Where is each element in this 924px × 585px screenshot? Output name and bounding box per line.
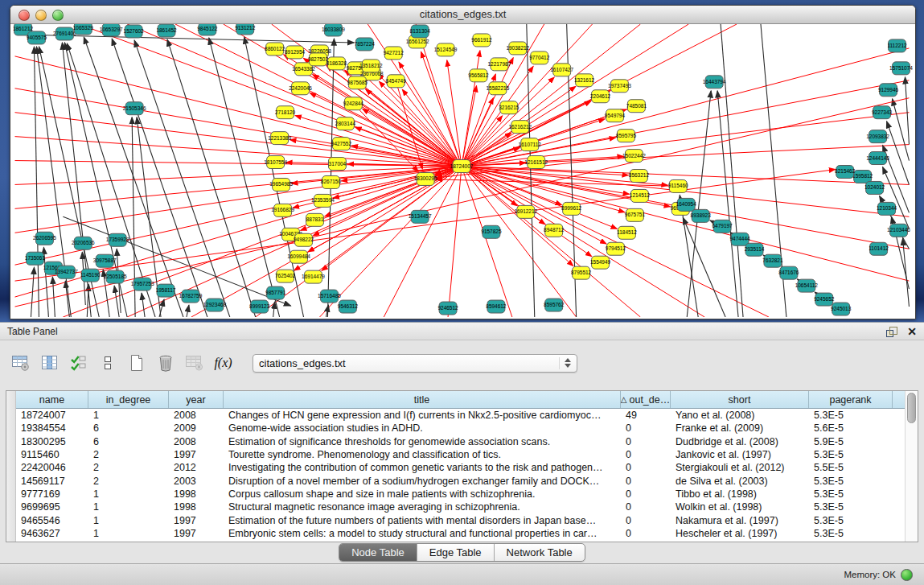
network-node[interactable]: 8215462: [835, 166, 856, 179]
network-node[interactable]: 12923468: [203, 299, 226, 311]
network-node[interactable]: 15582215: [486, 82, 509, 95]
network-node[interactable]: 1554949: [590, 256, 611, 269]
column-header-short[interactable]: short: [671, 391, 809, 408]
network-node[interactable]: 12217987: [487, 58, 511, 71]
network-node[interactable]: 1112212: [887, 39, 907, 52]
network-node[interactable]: 1184512: [617, 226, 637, 239]
network-node[interactable]: 1640954: [676, 198, 697, 211]
network-node[interactable]: 1321612: [574, 74, 595, 87]
network-node[interactable]: 1735061: [25, 252, 46, 265]
network-node[interactable]: 16912212: [514, 205, 537, 218]
network-node[interactable]: 16782759: [179, 290, 203, 303]
scrollbar-thumb[interactable]: [907, 393, 916, 423]
network-node[interactable]: 3216215: [499, 101, 519, 114]
network-node[interactable]: 26206595: [33, 232, 56, 245]
network-node[interactable]: 9115460: [668, 179, 688, 192]
network-node[interactable]: 9794512: [606, 242, 626, 255]
network-node[interactable]: 9427212: [384, 47, 405, 60]
network-node[interactable]: 18724007: [450, 160, 474, 173]
network-node[interactable]: 8454749: [386, 75, 407, 88]
network-canvas[interactable]: 1872400712213389181075541965498519166829…: [11, 24, 913, 317]
network-node[interactable]: 12161512: [524, 156, 548, 169]
network-node[interactable]: 10653297: [100, 24, 123, 36]
network-node[interactable]: 1145190: [80, 269, 101, 282]
select-rows-icon[interactable]: [68, 352, 89, 373]
network-node[interactable]: 10654112: [795, 279, 819, 292]
network-node[interactable]: 9845122: [197, 24, 218, 35]
network-node[interactable]: 2803144: [335, 117, 356, 130]
network-node[interactable]: 12505185: [104, 270, 127, 283]
network-node[interactable]: 16099484: [287, 250, 310, 263]
network-node[interactable]: 13942737: [55, 266, 78, 278]
network-node[interactable]: 1024012: [864, 181, 885, 194]
function-builder-icon[interactable]: f(x): [212, 352, 234, 373]
network-node[interactable]: 19038212: [506, 42, 529, 55]
network-node[interactable]: 13518212: [359, 60, 383, 72]
network-node[interactable]: 7485081: [626, 100, 647, 113]
vertical-scrollbar[interactable]: [905, 391, 918, 542]
network-node[interactable]: 9245013: [831, 303, 852, 315]
network-node[interactable]: 9675751: [625, 208, 646, 221]
network-node[interactable]: 15134457: [409, 210, 432, 223]
network-node[interactable]: 20206536: [72, 237, 95, 249]
network-node[interactable]: 9129946: [878, 84, 899, 97]
network-window-titlebar[interactable]: citations_edges.txt: [10, 6, 915, 24]
network-node[interactable]: 8795512: [571, 266, 592, 279]
network-node[interactable]: 9875685: [347, 76, 368, 89]
network-node[interactable]: 8595762: [544, 299, 565, 311]
network-node[interactable]: 9246512: [437, 302, 458, 315]
table-row[interactable]: 946554611997Estimation of the future num…: [16, 513, 905, 526]
network-node[interactable]: 12444143: [866, 152, 889, 165]
column-header-pagerank[interactable]: pagerank: [809, 391, 893, 408]
network-node[interactable]: 1210344: [877, 202, 897, 215]
network-node[interactable]: 8999612: [561, 202, 582, 215]
network-node[interactable]: 15751074: [889, 62, 913, 75]
tab-node-table[interactable]: Node Table: [339, 544, 417, 561]
network-node[interactable]: 16914479: [302, 270, 325, 283]
network-node[interactable]: 6479197: [713, 220, 733, 233]
network-node[interactable]: 19654985: [269, 178, 293, 191]
network-node[interactable]: 887831: [306, 213, 324, 226]
column-header-title[interactable]: title: [224, 391, 621, 408]
table-settings-icon[interactable]: [10, 352, 31, 373]
network-node[interactable]: 8131304: [410, 25, 431, 38]
network-node[interactable]: 8938923: [691, 209, 712, 222]
network-node[interactable]: 8186328: [326, 57, 347, 70]
network-node[interactable]: 2204612: [590, 90, 611, 103]
network-node[interactable]: 15124549: [434, 43, 458, 56]
network-node[interactable]: 22420046: [289, 82, 312, 95]
network-node[interactable]: 8471676: [778, 266, 799, 279]
network-node[interactable]: 2718120: [275, 106, 296, 119]
network-node[interactable]: 2935114: [745, 243, 765, 256]
network-node[interactable]: 8594612: [486, 300, 507, 313]
network-node[interactable]: 16107112: [519, 138, 542, 151]
network-node[interactable]: 17359928: [106, 233, 129, 246]
network-node[interactable]: 1861452: [156, 24, 177, 37]
table-row[interactable]: 946362711997Embryonic stem cells: a mode…: [16, 527, 905, 540]
table-selector-dropdown[interactable]: citations_edges.txt: [253, 354, 577, 373]
network-node[interactable]: 8563212: [629, 170, 650, 183]
network-node[interactable]: 9661912: [471, 34, 492, 47]
network-node[interactable]: 9549794: [605, 109, 626, 122]
table-row[interactable]: 1872400712008Changes of HCN gene express…: [16, 409, 905, 422]
network-node[interactable]: 9245652: [814, 293, 835, 306]
network-node[interactable]: 9131212: [235, 24, 256, 35]
table-row[interactable]: 911546021997Tourette syndrome. Phenomeno…: [16, 448, 905, 461]
column-header-out_degree[interactable]: △out_de…: [621, 391, 671, 408]
network-node[interactable]: 12103446: [887, 224, 910, 237]
network-node[interactable]: 8595795: [616, 130, 637, 142]
network-node[interactable]: 15022442: [622, 150, 646, 163]
tab-edge-table[interactable]: Edge Table: [417, 544, 494, 561]
network-node[interactable]: 16033809: [322, 24, 345, 36]
table-row[interactable]: 1456911722003Disruption of a novel membe…: [16, 474, 905, 487]
network-node[interactable]: 9770412: [529, 51, 550, 64]
network-node[interactable]: 16107427: [550, 64, 573, 76]
network-node[interactable]: 9546312: [338, 300, 359, 313]
network-node[interactable]: 1527602: [124, 25, 145, 38]
citation-network-graph[interactable]: 1872400712213389181075541965498519166829…: [11, 24, 913, 317]
tab-network-table[interactable]: Network Table: [494, 544, 585, 561]
row-height-icon[interactable]: [97, 352, 118, 373]
network-node[interactable]: 1214512: [630, 189, 651, 202]
network-node[interactable]: 16443794: [703, 76, 726, 89]
network-node[interactable]: 9227343: [872, 106, 893, 119]
